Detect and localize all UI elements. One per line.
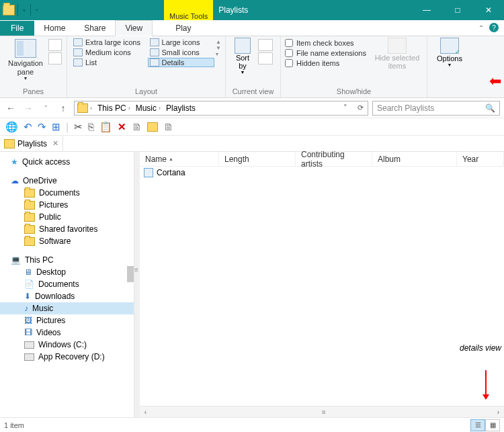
scroll-right-icon[interactable]: › xyxy=(493,408,504,416)
tree-onedrive-pictures[interactable]: Pictures xyxy=(0,199,134,211)
hidden-items-toggle[interactable]: Hidden items xyxy=(285,59,374,67)
globe-icon[interactable]: 🌐 xyxy=(5,121,18,133)
chevron-right-icon[interactable]: › xyxy=(128,105,130,112)
view-tab[interactable]: View xyxy=(115,20,153,36)
folder-icon xyxy=(24,225,35,234)
back-button[interactable]: ← xyxy=(4,101,17,115)
tree-quick-access[interactable]: ★Quick access xyxy=(0,156,134,168)
new-file-icon[interactable]: 🗎 xyxy=(163,121,173,132)
file-name: Cortana xyxy=(157,168,185,177)
add-columns-button[interactable] xyxy=(258,39,273,51)
layout-more-icon[interactable]: ▾ xyxy=(216,51,221,57)
address-bar[interactable]: › This PC› Music› Playlists ˅ ⟳ xyxy=(74,101,368,116)
minimize-button[interactable]: — xyxy=(411,0,442,20)
folder-tab[interactable]: Playlists ✕ xyxy=(0,136,63,151)
layout-small[interactable]: Small icons xyxy=(148,48,215,57)
cut-icon[interactable]: ✂ xyxy=(74,121,83,133)
scroll-left-icon[interactable]: ‹ xyxy=(140,408,151,416)
tree-scrollbar-thumb[interactable] xyxy=(127,266,134,282)
file-extensions-toggle[interactable]: File name extensions xyxy=(285,49,374,57)
refresh-button[interactable]: ⟳ xyxy=(353,103,368,112)
tree-downloads[interactable]: ⬇Downloads xyxy=(0,290,134,302)
tree-onedrive[interactable]: ☁OneDrive xyxy=(0,175,134,187)
thumbnails-view-button[interactable]: ▦ xyxy=(485,419,500,431)
recent-locations-button[interactable]: ˅ xyxy=(39,101,52,115)
folder-icon xyxy=(24,237,35,246)
tree-pictures[interactable]: 🖼Pictures xyxy=(0,314,134,327)
splitter[interactable] xyxy=(134,152,140,417)
details-icon xyxy=(150,58,159,67)
folder-tab-row: Playlists ✕ xyxy=(0,136,504,152)
file-row[interactable]: Cortana xyxy=(140,167,504,179)
home-tab[interactable]: Home xyxy=(34,21,75,36)
redo-icon[interactable]: ↷ xyxy=(38,121,46,133)
address-folder-icon xyxy=(77,103,88,113)
column-length[interactable]: Length xyxy=(219,152,296,166)
column-contributing-artists[interactable]: Contributing artists xyxy=(296,152,372,166)
column-year[interactable]: Year xyxy=(457,152,504,166)
details-view-button[interactable]: ☰ xyxy=(470,419,485,431)
properties-icon[interactable]: 🗎 xyxy=(132,121,142,132)
tree-onedrive-shared[interactable]: Shared favorites xyxy=(0,223,134,235)
search-box[interactable]: Search Playlists 🔍 xyxy=(372,101,500,116)
tree-drive-d[interactable]: App Recovery (D:) xyxy=(0,351,134,363)
column-album[interactable]: Album xyxy=(372,152,457,166)
hide-selected-button: Hide selected items xyxy=(374,38,421,70)
horizontal-scrollbar[interactable]: ‹ ≡ › xyxy=(140,406,504,417)
chevron-right-icon[interactable]: › xyxy=(90,105,92,112)
layout-list[interactable]: List xyxy=(71,58,146,67)
annotation-label: details view xyxy=(460,343,501,353)
qat-dropdown-icon[interactable]: ▼ xyxy=(21,7,28,13)
file-tab[interactable]: File xyxy=(0,21,34,36)
tree-documents[interactable]: 📄Documents xyxy=(0,278,134,290)
tree-videos[interactable]: 🎞Videos xyxy=(0,327,134,339)
paste-icon[interactable]: 📋 xyxy=(99,121,112,133)
tree-onedrive-documents[interactable]: Documents xyxy=(0,187,134,199)
status-item-count: 1 item xyxy=(4,421,24,429)
breadcrumb-music[interactable]: Music xyxy=(136,103,157,113)
copy-icon[interactable]: ⎘ xyxy=(88,121,94,132)
sort-by-button[interactable]: Sort by ▼ xyxy=(230,38,255,75)
help-icon[interactable]: ? xyxy=(489,23,499,32)
new-folder-icon[interactable] xyxy=(147,122,158,132)
preview-pane-button[interactable] xyxy=(48,39,62,51)
column-name[interactable]: Name▲ xyxy=(140,152,219,166)
qat-separator xyxy=(17,4,18,16)
small-icon xyxy=(150,48,159,56)
close-button[interactable]: ✕ xyxy=(473,0,504,20)
layout-details[interactable]: Details xyxy=(148,58,215,67)
tree-desktop[interactable]: 🖥Desktop xyxy=(0,266,134,278)
up-button[interactable]: ↑ xyxy=(56,101,70,115)
share-tab[interactable]: Share xyxy=(75,21,115,36)
title-bar: ▼ ▾ Music Tools Playlists — □ ✕ xyxy=(0,0,504,20)
breadcrumb-this-pc[interactable]: This PC xyxy=(97,103,126,113)
breadcrumb-playlists[interactable]: Playlists xyxy=(166,103,196,113)
tree-onedrive-software[interactable]: Software xyxy=(0,235,134,247)
layout-extra-large[interactable]: Extra large icons xyxy=(71,38,146,47)
layout-large[interactable]: Large icons xyxy=(148,38,215,47)
play-tab[interactable]: Play xyxy=(166,21,200,36)
tree-onedrive-public[interactable]: Public xyxy=(0,211,134,223)
layout-scroll-down-icon[interactable]: ▼ xyxy=(216,45,221,51)
item-checkboxes-toggle[interactable]: Item check boxes xyxy=(285,39,374,47)
details-pane-button[interactable] xyxy=(48,52,62,64)
options-button[interactable]: Options ▼ xyxy=(431,38,468,67)
maximize-button[interactable]: □ xyxy=(442,0,473,20)
layout-medium[interactable]: Medium icons xyxy=(71,48,146,57)
select-all-icon[interactable]: ⊞ xyxy=(52,121,60,133)
tree-music[interactable]: ♪Music xyxy=(0,302,134,314)
delete-icon[interactable]: ✕ xyxy=(118,121,126,133)
address-history-button[interactable]: ˅ xyxy=(338,103,353,112)
drive-icon xyxy=(24,353,34,361)
navigation-pane-button[interactable]: Navigation pane ▼ xyxy=(4,38,47,82)
tree-drive-c[interactable]: Windows (C:) xyxy=(0,339,134,351)
layout-scroll-up-icon[interactable]: ▲ xyxy=(216,39,221,45)
close-tab-icon[interactable]: ✕ xyxy=(52,139,58,148)
size-columns-button[interactable] xyxy=(258,52,273,64)
collapse-ribbon-icon[interactable]: ⌃ xyxy=(478,24,484,32)
qat-customize-icon[interactable]: ▾ xyxy=(34,7,40,13)
tree-this-pc[interactable]: 💻This PC xyxy=(0,254,134,266)
chevron-right-icon[interactable]: › xyxy=(159,105,161,112)
undo-icon[interactable]: ↶ xyxy=(24,121,32,133)
scroll-thumb[interactable]: ≡ xyxy=(322,408,335,416)
